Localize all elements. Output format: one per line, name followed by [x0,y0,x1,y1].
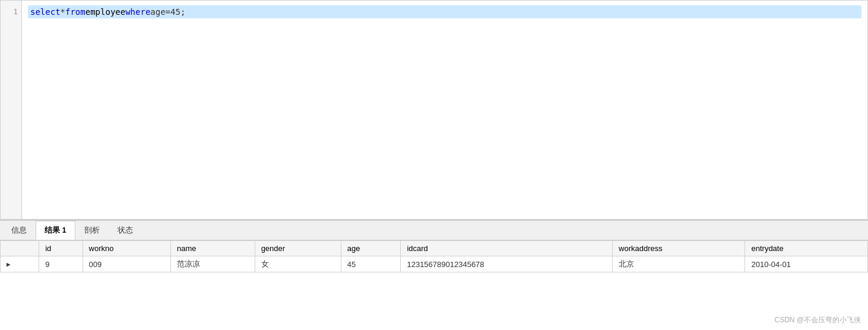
cell-name: 范凉凉 [171,256,255,272]
col-header-age: age [341,241,401,256]
tab-result1[interactable]: 结果 1 [36,221,75,240]
sql-star: * [61,5,65,18]
tab-status[interactable]: 状态 [109,221,142,240]
cell-idcard: 123156789012345678 [401,256,613,272]
cell-id: 9 [39,256,83,272]
watermark: CSDN @不会压弯的小飞侠 [774,315,861,325]
sql-table: employee [85,5,125,18]
sql-line-1: select * from employee where age= 45 ; [28,5,861,18]
table-header-row: id workno name gender age idcard workadd… [1,241,868,256]
keyword-from: from [65,5,85,18]
col-header-workaddress: workaddress [613,241,745,256]
results-area: id workno name gender age idcard workadd… [0,240,868,330]
col-header-name: name [171,241,255,256]
col-header-workno: workno [83,241,170,256]
sql-editor[interactable]: 1 select * from employee where age= 45 ; [0,0,868,220]
keyword-where: where [125,5,150,18]
cell-workaddress: 北京 [613,256,745,272]
table-row[interactable]: ▶ 9 009 范凉凉 女 45 123156789012345678 北京 2… [1,256,868,272]
cell-gender: 女 [255,256,341,272]
cell-age: 45 [341,256,401,272]
cell-entrydate: 2010-04-01 [745,256,868,272]
cell-workno: 009 [83,256,170,272]
sql-semi: ; [180,5,185,18]
sql-condition: age= [150,5,170,18]
results-table: id workno name gender age idcard workadd… [0,240,868,272]
col-header-idcard: idcard [401,241,613,256]
col-header-entrydate: entrydate [745,241,868,256]
bottom-panel: 信息 结果 1 剖析 状态 id workno name gender age … [0,220,868,330]
line-numbers: 1 [1,1,22,219]
row-indicator: ▶ [1,256,39,272]
tab-info[interactable]: 信息 [2,221,36,240]
keyword-select: select [30,5,61,18]
col-header-indicator [1,241,39,256]
col-header-id: id [39,241,83,256]
tabs-bar: 信息 结果 1 剖析 状态 [0,220,868,240]
sql-value: 45 [170,5,180,18]
col-header-gender: gender [255,241,341,256]
code-content[interactable]: select * from employee where age= 45 ; [22,1,867,219]
tab-profile[interactable]: 剖析 [75,221,109,240]
